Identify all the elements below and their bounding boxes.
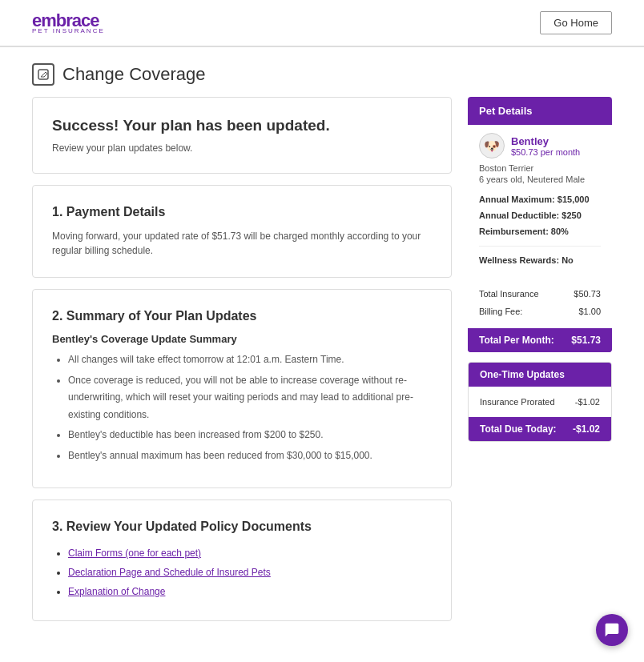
list-item: All changes will take effect tomorrow at… (68, 351, 432, 369)
summary-card: 2. Summary of Your Plan Updates Bentley'… (32, 289, 452, 488)
summary-list: All changes will take effect tomorrow at… (52, 351, 432, 465)
success-card: Success! Your plan has been updated. Rev… (32, 97, 452, 174)
fee-row: Billing Fee: $1.00 (479, 303, 601, 320)
total-month-label: Total Per Month: (479, 335, 554, 346)
success-title: Success! Your plan has been updated. (52, 117, 432, 134)
total-today-value: -$1.02 (573, 423, 600, 435)
pet-divider (479, 246, 601, 247)
logo: embrace PET INSURANCE (32, 12, 105, 34)
list-item: Claim Forms (one for each pet) (68, 544, 432, 563)
list-item: Declaration Page and Schedule of Insured… (68, 563, 432, 582)
explanation-link[interactable]: Explanation of Change (68, 586, 165, 597)
claim-forms-link[interactable]: Claim Forms (one for each pet) (68, 548, 201, 559)
header: embrace PET INSURANCE Go Home (0, 0, 644, 46)
payment-description: Moving forward, your updated rate of $51… (52, 229, 432, 258)
pet-wellness: Wellness Rewards: No (479, 253, 601, 269)
fee-value: $1.00 (578, 303, 601, 320)
onetime-body: Insurance Prorated -$1.02 (469, 387, 611, 417)
success-subtitle: Review your plan updates below. (52, 142, 432, 154)
pet-annual-deductible: Annual Deductible: $250 (479, 208, 601, 224)
insurance-value: $50.73 (574, 285, 601, 303)
list-item: Bentley's deductible has been increased … (68, 427, 432, 444)
logo-sub: PET INSURANCE (32, 28, 105, 34)
pet-details-header: Pet Details (468, 97, 612, 125)
fee-label: Billing Fee: (479, 303, 522, 320)
pet-name: Bentley (511, 135, 580, 147)
onetime-header: One-Time Updates (469, 363, 611, 387)
payment-details-card: 1. Payment Details Moving forward, your … (32, 185, 452, 278)
go-home-button[interactable]: Go Home (540, 11, 612, 34)
list-item: Bentley's annual maximum has been reduce… (68, 447, 432, 465)
right-column: Pet Details 🐶 Bentley $50.73 per month B… (468, 97, 612, 632)
pet-details-card: Pet Details 🐶 Bentley $50.73 per month B… (468, 97, 612, 352)
pet-breed: Boston Terrier (479, 163, 601, 173)
main-content: Success! Your plan has been updated. Rev… (0, 97, 644, 662)
left-column: Success! Your plan has been updated. Rev… (32, 97, 452, 632)
billing-total-row: Total Per Month: $51.73 (468, 328, 612, 352)
declaration-page-link[interactable]: Declaration Page and Schedule of Insured… (68, 567, 271, 578)
insurance-row: Total Insurance $50.73 (479, 285, 601, 303)
prorated-label: Insurance Prorated (480, 393, 555, 411)
total-month-value: $51.73 (571, 335, 601, 346)
insurance-label: Total Insurance (479, 285, 539, 303)
total-today-label: Total Due Today: (480, 423, 557, 435)
page-title: Change Coverage (62, 64, 206, 85)
list-item: Explanation of Change (68, 582, 432, 601)
payment-section-title: 1. Payment Details (52, 205, 432, 219)
onetime-total-row: Total Due Today: -$1.02 (469, 417, 611, 441)
pet-info-section: 🐶 Bentley $50.73 per month Boston Terrie… (468, 125, 612, 277)
onetime-prorated-row: Insurance Prorated -$1.02 (480, 393, 600, 411)
prorated-value: -$1.02 (575, 393, 600, 411)
pet-name-row: 🐶 Bentley $50.73 per month (479, 133, 601, 158)
chat-button[interactable] (596, 614, 628, 646)
documents-list: Claim Forms (one for each pet) Declarati… (52, 544, 432, 601)
pet-avatar: 🐶 (479, 133, 505, 158)
documents-card: 3. Review Your Updated Policy Documents … (32, 500, 452, 621)
pet-annual-maximum: Annual Maximum: $15,000 (479, 192, 601, 208)
onetime-card: One-Time Updates Insurance Prorated -$1.… (468, 362, 612, 442)
pet-reimbursement: Reimbursement: 80% (479, 224, 601, 240)
summary-section-title: 2. Summary of Your Plan Updates (52, 309, 432, 323)
pet-price: $50.73 per month (511, 147, 580, 157)
coverage-summary-title: Bentley's Coverage Update Summary (52, 333, 432, 345)
pet-age-gender: 6 years old, Neutered Male (479, 175, 601, 184)
pet-name-price: Bentley $50.73 per month (511, 135, 580, 157)
page-title-area: Change Coverage (0, 47, 644, 97)
edit-icon (32, 63, 54, 86)
documents-section-title: 3. Review Your Updated Policy Documents (52, 520, 432, 534)
billing-body: Total Insurance $50.73 Billing Fee: $1.0… (468, 277, 612, 328)
list-item: Once coverage is reduced, you will not b… (68, 372, 432, 424)
